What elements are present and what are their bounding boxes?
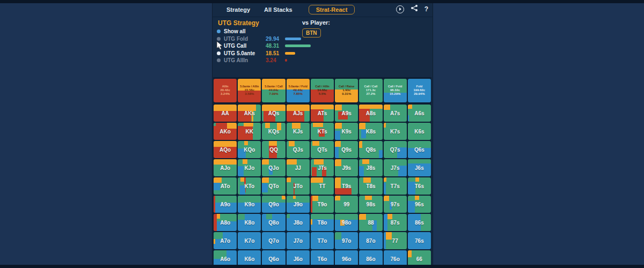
hand-cell-t9s[interactable]: T9s xyxy=(335,177,358,195)
hand-label: 87o xyxy=(359,232,382,249)
hand-cell-tt[interactable]: TT xyxy=(311,177,334,195)
legend-option-utg-5-0ante[interactable]: UTG 5.0ante18.51 xyxy=(217,50,346,57)
tab-strat-react[interactable]: Strat-React xyxy=(309,5,355,14)
hand-cell-76s[interactable]: 76s xyxy=(408,232,431,249)
play-circle-icon[interactable] xyxy=(396,5,404,13)
hand-cell-ato[interactable]: ATo xyxy=(214,177,237,195)
hand-cell-ats[interactable]: ATs xyxy=(311,105,334,122)
hand-cell-aqs[interactable]: AQs xyxy=(262,105,285,122)
hand-cell-t7s[interactable]: T7s xyxy=(384,177,407,195)
radio-icon[interactable] xyxy=(217,29,221,33)
hand-cell-a7s[interactable]: A7s xyxy=(384,105,407,122)
tab-strategy[interactable]: Strategy xyxy=(226,6,250,13)
hand-cell-k9s[interactable]: K9s xyxy=(335,123,358,140)
hand-cell-q8s[interactable]: Q8s xyxy=(359,141,382,158)
hand-cell-qq[interactable]: QQ xyxy=(262,141,285,158)
tab-all-stacks[interactable]: All Stacks xyxy=(264,6,292,13)
action-column-header-5.0ante-call[interactable]: 5.0ante / Call44.04c7.09% xyxy=(262,79,285,102)
action-column-header-5.0ante-allin[interactable]: 5.0ante / AllIn22.58c3.58% xyxy=(238,79,261,102)
radio-icon[interactable] xyxy=(217,37,221,41)
action-column-header-5.0ante-fold[interactable]: 5.0ante / Fold49.44c7.85% xyxy=(287,79,310,102)
hand-cell-a9o[interactable]: A9o xyxy=(214,196,237,213)
hand-cell-aqo[interactable]: AQo xyxy=(214,141,237,158)
hand-cell-q7o[interactable]: Q7o xyxy=(262,232,285,249)
hand-cell-jto[interactable]: JTo xyxy=(287,177,310,195)
hand-cell-k8o[interactable]: K8o xyxy=(238,214,261,231)
hand-cell-kto[interactable]: KTo xyxy=(238,177,261,195)
hand-cell-98s[interactable]: 98s xyxy=(359,196,382,213)
hand-label: Q7s xyxy=(384,141,407,158)
hand-cell-a7o[interactable]: A7o xyxy=(214,232,237,249)
hand-cell-97s[interactable]: 97s xyxy=(384,196,407,213)
action-column-header-call-fold[interactable]: Call / Fold96.32c15.29% xyxy=(384,79,407,102)
action-column-header-allin[interactable]: AllIn20.42c3.24% xyxy=(214,79,237,102)
hand-cell-t8o[interactable]: T8o xyxy=(311,214,334,231)
hand-cell-99[interactable]: 99 xyxy=(335,196,358,213)
hand-cell-k7o[interactable]: K7o xyxy=(238,232,261,249)
radio-icon[interactable] xyxy=(217,58,221,62)
hand-cell-88[interactable]: 88 xyxy=(359,214,382,231)
hand-cell-jj[interactable]: JJ xyxy=(287,159,310,176)
hand-cell-a9s[interactable]: A9s xyxy=(335,105,358,122)
hand-cell-ajs[interactable]: AJs xyxy=(287,105,310,122)
legend-option-utg-call[interactable]: UTG Call48.31 xyxy=(217,42,346,50)
hand-cell-q9s[interactable]: Q9s xyxy=(335,141,358,158)
hand-cell-k9o[interactable]: K9o xyxy=(238,196,261,213)
action-column-header-call-raise[interactable]: Call / Raise1.93c0.31% xyxy=(335,79,358,102)
hand-cell-j9s[interactable]: J9s xyxy=(335,159,358,176)
vs-player-btn-chip[interactable]: BTN xyxy=(302,28,321,38)
hand-cell-t9o[interactable]: T9o xyxy=(311,196,334,213)
hand-cell-kjs[interactable]: KJs xyxy=(287,123,310,140)
legend-option-utg-allin[interactable]: UTG AllIn3.24 xyxy=(217,57,346,64)
hand-cell-77[interactable]: 77 xyxy=(384,232,407,249)
hand-cell-j8o[interactable]: J8o xyxy=(287,214,310,231)
hand-cell-q8o[interactable]: Q8o xyxy=(262,214,285,231)
hand-cell-87o[interactable]: 87o xyxy=(359,232,382,249)
hand-cell-qjs[interactable]: QJs xyxy=(287,141,310,158)
hand-cell-qto[interactable]: QTo xyxy=(262,177,285,195)
hand-cell-ako[interactable]: AKo xyxy=(214,123,237,140)
hand-cell-97o[interactable]: 97o xyxy=(335,232,358,249)
hand-cell-j7o[interactable]: J7o xyxy=(287,232,310,249)
hand-cell-q7s[interactable]: Q7s xyxy=(384,141,407,158)
hand-cell-ajo[interactable]: AJo xyxy=(214,159,237,176)
hand-cell-87s[interactable]: 87s xyxy=(384,214,407,231)
legend-option-label: Show all xyxy=(224,28,266,34)
hand-cell-98o[interactable]: 98o xyxy=(335,214,358,231)
hand-cell-kjo[interactable]: KJo xyxy=(238,159,261,176)
hand-cell-k8s[interactable]: K8s xyxy=(359,123,382,140)
hand-cell-kqs[interactable]: KQs xyxy=(262,123,285,140)
hand-cell-86s[interactable]: 86s xyxy=(408,214,431,231)
hand-cell-kk[interactable]: KK xyxy=(238,123,261,140)
hand-cell-jts[interactable]: JTs xyxy=(311,159,334,176)
share-icon[interactable] xyxy=(411,4,418,14)
hand-cell-q9o[interactable]: Q9o xyxy=(262,196,285,213)
hand-cell-kts[interactable]: KTs xyxy=(311,123,334,140)
action-column-header-fold[interactable]: Fold199.62c29.94% xyxy=(408,79,431,102)
hand-cell-j8s[interactable]: J8s xyxy=(359,159,382,176)
hand-cell-q6s[interactable]: Q6s xyxy=(408,141,431,158)
hand-cell-aks[interactable]: AKs xyxy=(238,105,261,122)
hand-cell-aa[interactable]: AA xyxy=(214,105,237,122)
hand-label: T9s xyxy=(335,177,358,195)
action-column-header-call-call[interactable]: Call / Call171.3c27.2% xyxy=(359,79,382,102)
hand-cell-a6s[interactable]: A6s xyxy=(408,105,431,122)
hand-cell-t6s[interactable]: T6s xyxy=(408,177,431,195)
hand-cell-j7s[interactable]: J7s xyxy=(384,159,407,176)
hand-cell-j9o[interactable]: J9o xyxy=(287,196,310,213)
hand-label: J6s xyxy=(408,159,431,176)
hand-cell-k7s[interactable]: K7s xyxy=(384,123,407,140)
hand-cell-96s[interactable]: 96s xyxy=(408,196,431,213)
hand-cell-qjo[interactable]: QJo xyxy=(262,159,285,176)
hand-cell-t8s[interactable]: T8s xyxy=(359,177,382,195)
hand-cell-kqo[interactable]: KQo xyxy=(238,141,261,158)
hand-cell-a8s[interactable]: A8s xyxy=(359,105,382,122)
hand-cell-j6s[interactable]: J6s xyxy=(408,159,431,176)
hand-label: 88 xyxy=(359,214,382,231)
hand-cell-qts[interactable]: QTs xyxy=(311,141,334,158)
hand-cell-t7o[interactable]: T7o xyxy=(311,232,334,249)
action-column-header-call-allin[interactable]: Call / AllIn34.66c5.5% xyxy=(311,79,334,102)
help-icon[interactable]: ? xyxy=(425,5,428,13)
hand-cell-a8o[interactable]: A8o xyxy=(214,214,237,231)
hand-cell-k6s[interactable]: K6s xyxy=(408,123,431,140)
